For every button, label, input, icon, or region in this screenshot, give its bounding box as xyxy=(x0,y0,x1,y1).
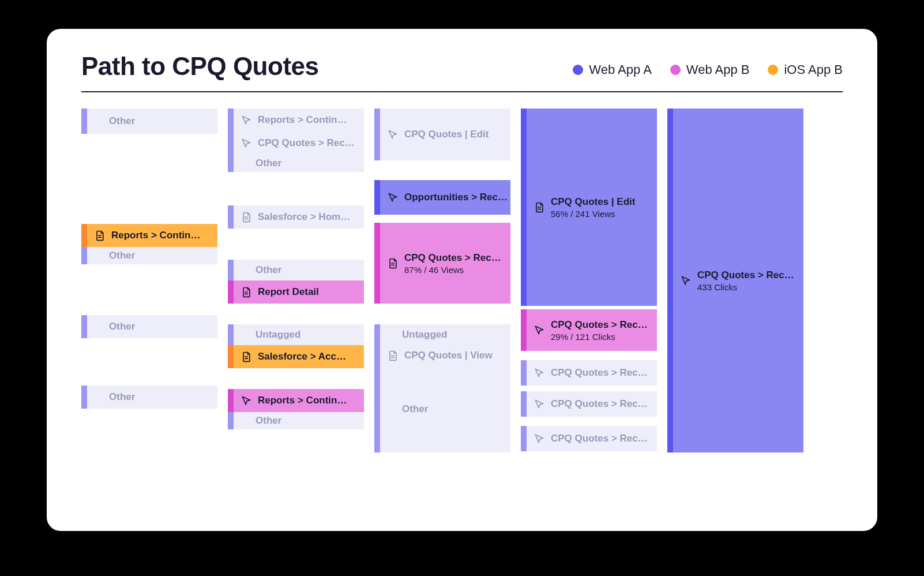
node-stripe xyxy=(81,315,87,338)
node-body: Report Detail xyxy=(234,280,364,304)
node-body: Reports > Contin… xyxy=(234,109,364,132)
flow-node[interactable]: Opportunities > Rec… xyxy=(374,180,519,215)
node-title: Other xyxy=(256,158,281,169)
flow-column: CPQ Quotes | Edit56% / 241 ViewsCPQ Quot… xyxy=(521,109,665,478)
node-title: CPQ Quotes > Rec… xyxy=(697,270,794,281)
node-body: Untagged xyxy=(234,324,364,345)
node-body: Untagged xyxy=(380,324,510,345)
node-stripe xyxy=(521,426,527,451)
flow-node[interactable]: Report Detail xyxy=(228,280,372,304)
node-title: Other xyxy=(256,415,281,427)
cursor-icon xyxy=(241,114,252,126)
node-body: Other xyxy=(87,315,217,338)
node-body: Salesforce > Acc… xyxy=(234,345,364,368)
node-stripe xyxy=(228,412,234,429)
flow-node[interactable]: CPQ Quotes | Edit56% / 241 Views xyxy=(521,109,665,306)
flow-node[interactable]: Other xyxy=(228,260,372,280)
node-body: CPQ Quotes | View xyxy=(380,345,510,366)
node-stripe xyxy=(228,132,234,155)
node-stripe xyxy=(81,247,87,264)
document-icon xyxy=(241,211,252,223)
node-stripe xyxy=(374,180,380,215)
node-title: CPQ Quotes > Rec… xyxy=(404,252,501,264)
node-title: Report Detail xyxy=(258,286,319,298)
document-icon xyxy=(387,257,399,269)
legend-dot xyxy=(670,65,681,75)
node-title: Salesforce > Hom… xyxy=(258,211,350,223)
node-body: Reports > Contin… xyxy=(234,389,364,412)
flow-node[interactable]: Other xyxy=(228,155,372,172)
node-stripe xyxy=(228,109,234,132)
node-body: CPQ Quotes > Rec…29% / 121 Clicks xyxy=(527,309,657,351)
node-body: Reports > Contin… xyxy=(87,224,217,247)
flow-node[interactable]: Other xyxy=(81,247,226,264)
node-body: CPQ Quotes > Rec… xyxy=(234,132,364,155)
analytics-card: Path to CPQ Quotes Web App AWeb App BiOS… xyxy=(47,29,877,531)
node-stripe xyxy=(521,391,527,417)
node-subtitle: 87% / 46 Views xyxy=(404,265,501,275)
node-stripe xyxy=(667,109,673,452)
node-subtitle: 29% / 121 Clicks xyxy=(551,332,648,342)
legend: Web App AWeb App BiOS App B xyxy=(573,62,843,77)
node-stripe xyxy=(521,109,527,306)
node-body: CPQ Quotes > Rec…87% / 46 Views xyxy=(380,223,510,304)
node-body: CPQ Quotes > Rec… xyxy=(527,426,657,451)
node-stripe xyxy=(81,109,87,134)
flow-node[interactable]: Other xyxy=(81,109,226,134)
node-title: Other xyxy=(109,250,135,261)
flow-node[interactable]: CPQ Quotes > Rec… xyxy=(521,360,665,386)
flow-node[interactable]: CPQ Quotes > Rec…29% / 121 Clicks xyxy=(521,309,665,351)
node-title: Untagged xyxy=(256,329,301,341)
flow-node[interactable]: Untagged xyxy=(374,324,519,345)
node-body: Other xyxy=(87,386,217,409)
node-stripe xyxy=(81,224,87,247)
legend-item: Web App B xyxy=(670,62,750,77)
legend-dot xyxy=(768,65,778,75)
node-stripe xyxy=(228,345,234,368)
flow-node[interactable]: CPQ Quotes | View xyxy=(374,345,519,366)
flow-node[interactable]: Other xyxy=(81,315,226,338)
flow-node[interactable]: CPQ Quotes > Rec… xyxy=(521,391,665,417)
flow-node[interactable]: Reports > Contin… xyxy=(228,389,372,412)
header: Path to CPQ Quotes Web App AWeb App BiOS… xyxy=(81,52,843,92)
node-title: Untagged xyxy=(402,329,447,341)
flow-node[interactable]: Other xyxy=(228,412,372,429)
node-title: Other xyxy=(109,391,135,403)
node-stripe xyxy=(374,366,380,452)
node-title: CPQ Quotes > Rec… xyxy=(551,433,648,444)
flow-node[interactable]: CPQ Quotes > Rec… xyxy=(521,426,665,451)
node-title: CPQ Quotes | Edit xyxy=(551,196,635,208)
node-body: Other xyxy=(87,109,217,134)
node-title: CPQ Quotes > Rec… xyxy=(258,137,355,149)
flow-column: CPQ Quotes > Rec…433 Clicks xyxy=(667,109,812,478)
node-stripe xyxy=(228,324,234,345)
document-icon xyxy=(534,201,545,213)
flow-node[interactable]: Reports > Contin… xyxy=(228,109,372,132)
flow-node[interactable]: Untagged xyxy=(228,324,372,345)
path-flow: OtherReports > Contin…OtherOtherOtherRep… xyxy=(81,109,843,478)
flow-node[interactable]: CPQ Quotes > Rec… xyxy=(228,132,372,155)
flow-node[interactable]: CPQ Quotes > Rec…433 Clicks xyxy=(667,109,812,452)
node-title: Other xyxy=(109,321,135,332)
node-title: CPQ Quotes | View xyxy=(404,350,493,361)
flow-node[interactable]: CPQ Quotes | Edit xyxy=(374,109,519,160)
flow-node[interactable]: Reports > Contin… xyxy=(81,224,226,247)
flow-column: OtherReports > Contin…OtherOtherOther xyxy=(81,109,226,478)
node-stripe xyxy=(228,205,234,229)
node-title: CPQ Quotes > Rec… xyxy=(551,319,648,331)
node-stripe xyxy=(521,309,527,351)
flow-node[interactable]: Salesforce > Acc… xyxy=(228,345,372,368)
node-title: Reports > Contin… xyxy=(111,230,200,241)
cursor-icon xyxy=(534,324,545,336)
node-body: Opportunities > Rec… xyxy=(380,180,510,215)
node-body: CPQ Quotes | Edit xyxy=(380,109,510,160)
legend-item: iOS App B xyxy=(768,62,843,77)
legend-item: Web App A xyxy=(573,62,651,77)
node-body: CPQ Quotes > Rec…433 Clicks xyxy=(673,109,803,452)
flow-node[interactable]: CPQ Quotes > Rec…87% / 46 Views xyxy=(374,223,519,304)
flow-node[interactable]: Salesforce > Hom… xyxy=(228,205,372,229)
cursor-icon xyxy=(534,433,545,444)
flow-node[interactable]: Other xyxy=(81,386,226,409)
node-title: CPQ Quotes | Edit xyxy=(404,129,489,140)
flow-node[interactable]: Other xyxy=(374,366,519,452)
